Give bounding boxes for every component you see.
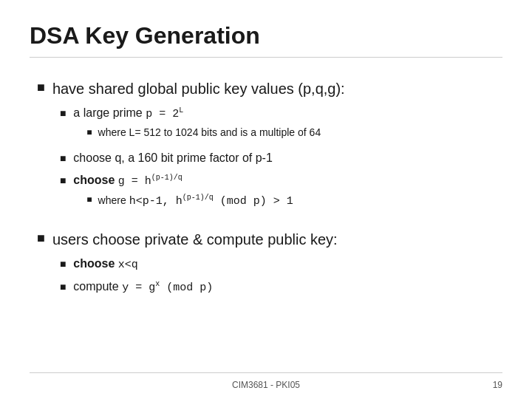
sub-bullet-2a-marker: ■ xyxy=(60,258,66,270)
footer-page-number: 19 xyxy=(493,380,502,390)
footer-center-text: CIM3681 - PKI05 xyxy=(30,380,502,390)
bullet-2-text: users choose private & compute public ke… xyxy=(52,231,338,248)
subsub-1a-marker: ■ xyxy=(86,127,92,137)
sub-bullet-2b-content: compute y = gx (mod p) xyxy=(73,279,213,296)
sub-bullet-1c: ■ choose g = h(p-1)/q ■ where h<p-1, h(p… xyxy=(60,172,345,213)
subsub-list-1c: ■ where h<p-1, h(p-1)/q (mod p) > 1 xyxy=(73,193,293,209)
bullet-1-marker: ■ xyxy=(37,80,45,95)
bullet-1-text: have shared global public key values (p,… xyxy=(52,81,345,97)
sub-list-2: ■ choose x<q ■ compute y = gx (mod p) xyxy=(52,256,338,296)
sub-bullet-2b: ■ compute y = gx (mod p) xyxy=(60,279,338,296)
subsub-list-1a: ■ where L= 512 to 1024 bits and is a mul… xyxy=(73,126,321,140)
sub-bullet-1c-marker: ■ xyxy=(60,174,66,186)
sub-bullet-2a-text: choose x<q xyxy=(73,257,137,270)
sub-bullet-1a: ■ a large prime p = 2L ■ where L= 512 to… xyxy=(60,105,345,144)
sub-bullet-1b-content: choose q, a 160 bit prime factor of p-1 xyxy=(73,150,272,166)
sub-bullet-1a-text: a large prime p = 2L xyxy=(73,106,183,119)
sub-bullet-1b-marker: ■ xyxy=(60,152,66,164)
bullet-1-content: have shared global public key values (p,… xyxy=(52,78,345,219)
sub-bullet-1b-text: choose q, a 160 bit prime factor of p-1 xyxy=(73,151,272,164)
subsub-1c-marker: ■ xyxy=(86,194,92,205)
bullet-2-content: users choose private & compute public ke… xyxy=(52,229,338,301)
sub-bullet-2b-marker: ■ xyxy=(60,281,66,293)
bullet-1: ■ have shared global public key values (… xyxy=(37,78,502,219)
subsub-1c-text: where h<p-1, h(p-1)/q (mod p) > 1 xyxy=(98,193,293,209)
bullet-2: ■ users choose private & compute public … xyxy=(37,229,502,301)
sub-list-1: ■ a large prime p = 2L ■ where L= 512 to… xyxy=(52,105,345,213)
footer: CIM3681 - PKI05 19 xyxy=(0,380,532,390)
sub-bullet-2a: ■ choose x<q xyxy=(60,256,338,273)
sub-bullet-1b: ■ choose q, a 160 bit prime factor of p-… xyxy=(60,150,345,166)
sub-bullet-1a-content: a large prime p = 2L ■ where L= 512 to 1… xyxy=(73,105,321,144)
subsub-1c-item: ■ where h<p-1, h(p-1)/q (mod p) > 1 xyxy=(86,193,293,209)
bullet-2-marker: ■ xyxy=(37,231,45,246)
slide-container: DSA Key Generation ■ have shared global … xyxy=(0,0,532,399)
slide-title: DSA Key Generation xyxy=(30,22,502,58)
sub-bullet-2b-text: compute y = gx (mod p) xyxy=(73,280,213,293)
sub-bullet-1c-content: choose g = h(p-1)/q ■ where h<p-1, h(p-1… xyxy=(73,172,293,213)
footer-line xyxy=(30,372,502,373)
sub-bullet-2a-content: choose x<q xyxy=(73,256,137,273)
subsub-1a-item: ■ where L= 512 to 1024 bits and is a mul… xyxy=(86,126,321,140)
sub-bullet-1c-text: choose g = h(p-1)/q xyxy=(73,174,183,186)
slide-content: ■ have shared global public key values (… xyxy=(30,78,502,301)
sub-bullet-1a-marker: ■ xyxy=(60,107,66,119)
subsub-1a-text: where L= 512 to 1024 bits and is a multi… xyxy=(98,126,321,140)
